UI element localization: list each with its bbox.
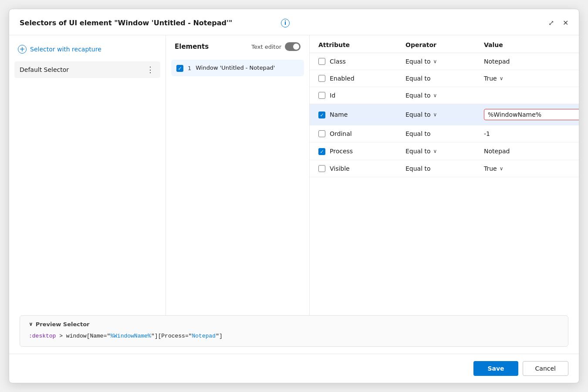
code-attr2-close: "]: [216, 333, 223, 339]
value-process: Notepad: [484, 148, 570, 155]
code-element: window: [66, 333, 87, 339]
chevron-down-icon-class[interactable]: ∨: [433, 58, 437, 64]
operator-name: Equal to ∨: [406, 111, 484, 118]
center-panel: Elements Text editor 1 Window 'Untitled …: [166, 35, 310, 315]
code-attr1-close: "]: [151, 333, 158, 339]
elements-label: Elements: [175, 43, 209, 51]
preview-code: :desktop > window[Name="%WindowName%"][P…: [29, 332, 559, 341]
element-number: 1: [188, 65, 191, 71]
element-item[interactable]: 1 Window 'Untitled - Notepad': [171, 60, 304, 76]
attr-name-cell-class: Class: [318, 58, 406, 65]
checkbox-name[interactable]: [318, 112, 325, 118]
add-icon: +: [18, 45, 27, 54]
attr-header-attribute: Attribute: [318, 41, 406, 48]
value-class: Notepad: [484, 58, 570, 65]
dialog-body: + Selector with recapture Default Select…: [9, 35, 579, 315]
attr-name-cell-id: Id: [318, 92, 406, 99]
text-editor-label: Text editor: [251, 42, 301, 51]
attributes-table: Attribute Operator Value Class Equal to …: [310, 35, 579, 315]
operator-enabled: Equal to: [406, 75, 484, 82]
add-selector-label: Selector with recapture: [30, 46, 101, 53]
operator-ordinal: Equal to: [406, 130, 484, 137]
attr-row-process: Process Equal to ∨ Notepad: [310, 142, 579, 160]
attr-name-cell-name: Name: [318, 111, 406, 118]
selector-item-default[interactable]: Default Selector ⋮: [14, 61, 160, 78]
close-button[interactable]: ✕: [561, 17, 570, 29]
chevron-down-icon-visible[interactable]: ∨: [500, 166, 504, 172]
checkbox-ordinal[interactable]: [318, 130, 325, 137]
code-attr1-open: [Name=": [87, 333, 111, 339]
value-ordinal: -1: [484, 130, 570, 137]
chevron-down-icon-id[interactable]: ∨: [433, 92, 437, 98]
attr-row-visible: Visible Equal to True ∨: [310, 160, 579, 177]
value-enabled: True ∨: [484, 75, 570, 82]
code-attr2-open: [Process=": [158, 333, 192, 339]
info-icon[interactable]: i: [281, 19, 290, 27]
value-name: %WindowName% {x}: [484, 109, 579, 120]
attr-name-name: Name: [330, 111, 348, 118]
element-checkbox[interactable]: [176, 65, 183, 72]
element-name: Window 'Untitled - Notepad': [196, 64, 275, 72]
attr-header-operator: Operator: [406, 41, 484, 48]
selector-item-label: Default Selector: [20, 66, 69, 73]
attr-name-id: Id: [330, 92, 335, 99]
add-selector-button[interactable]: + Selector with recapture: [14, 42, 160, 56]
right-panel: Attribute Operator Value Class Equal to …: [310, 35, 579, 315]
footer-bar: Save Cancel: [9, 354, 579, 383]
code-desktop: :desktop: [29, 333, 56, 339]
text-editor-toggle[interactable]: [285, 42, 301, 51]
value-input-text-name[interactable]: %WindowName%: [488, 111, 576, 118]
attr-row-name: Name Equal to ∨ %WindowName% {x}: [310, 104, 579, 125]
value-visible: True ∨: [484, 165, 570, 172]
checkbox-process[interactable]: [318, 148, 325, 155]
attr-name-cell-process: Process: [318, 147, 406, 155]
cancel-button[interactable]: Cancel: [523, 361, 568, 376]
value-input-wrapper-name: %WindowName% {x}: [484, 109, 579, 120]
attr-row-class: Class Equal to ∨ Notepad: [310, 53, 579, 70]
checkbox-enabled[interactable]: [318, 75, 325, 82]
elements-list: 1 Window 'Untitled - Notepad': [166, 56, 309, 315]
code-attr2-val: Notepad: [192, 333, 216, 339]
attr-header-row: Attribute Operator Value: [310, 35, 579, 53]
operator-class: Equal to ∨: [406, 58, 484, 65]
attr-header-value: Value: [484, 41, 570, 48]
left-panel: + Selector with recapture Default Select…: [9, 35, 166, 315]
title-bar: Selectors of UI element "Window 'Untitle…: [9, 9, 579, 35]
chevron-down-icon-preview: ∨: [29, 321, 33, 327]
chevron-down-icon-enabled[interactable]: ∨: [500, 75, 504, 81]
attr-name-ordinal: Ordinal: [330, 130, 352, 137]
attr-name-enabled: Enabled: [330, 75, 355, 82]
checkbox-id[interactable]: [318, 92, 325, 99]
attr-row-id: Id Equal to ∨: [310, 87, 579, 104]
elements-panel-header: Elements Text editor: [166, 35, 309, 56]
expand-button[interactable]: ⤢: [547, 17, 556, 29]
code-attr1-val: %WindowName%: [110, 333, 151, 339]
code-arrow: >: [59, 333, 66, 339]
checkbox-visible[interactable]: [318, 165, 325, 172]
attr-name-class: Class: [330, 58, 346, 65]
attr-name-cell-visible: Visible: [318, 165, 406, 172]
attr-row-ordinal: Ordinal Equal to -1: [310, 125, 579, 142]
selector-more-button[interactable]: ⋮: [145, 66, 155, 74]
attr-name-cell-enabled: Enabled: [318, 75, 406, 82]
operator-id: Equal to ∨: [406, 92, 484, 99]
dialog-title: Selectors of UI element "Window 'Untitle…: [20, 19, 277, 27]
save-button[interactable]: Save: [473, 361, 518, 376]
attr-name-visible: Visible: [330, 165, 350, 172]
chevron-down-icon-name[interactable]: ∨: [433, 112, 437, 118]
preview-header[interactable]: ∨ Preview Selector: [29, 321, 559, 328]
preview-outer: ∨ Preview Selector :desktop > window[Nam…: [9, 315, 579, 354]
attr-name-cell-ordinal: Ordinal: [318, 130, 406, 137]
operator-process: Equal to ∨: [406, 148, 484, 155]
operator-visible: Equal to: [406, 165, 484, 172]
checkbox-class[interactable]: [318, 58, 325, 65]
dialog: Selectors of UI element "Window 'Untitle…: [9, 9, 579, 383]
attr-row-enabled: Enabled Equal to True ∨: [310, 70, 579, 87]
preview-section: ∨ Preview Selector :desktop > window[Nam…: [20, 315, 568, 347]
preview-label: Preview Selector: [36, 321, 90, 328]
attr-name-process: Process: [330, 148, 353, 155]
chevron-down-icon-process[interactable]: ∨: [433, 148, 437, 154]
title-actions: ⤢ ✕: [547, 17, 570, 29]
